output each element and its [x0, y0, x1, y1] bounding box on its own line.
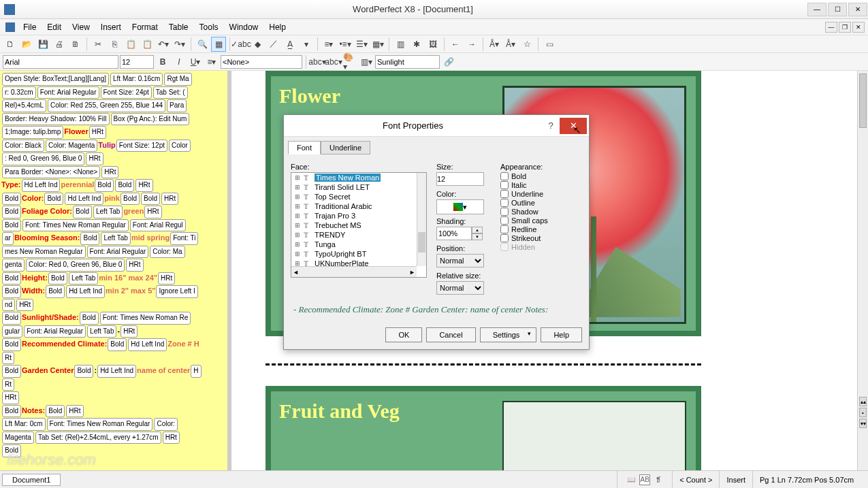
save-icon[interactable]: 💾	[35, 37, 50, 52]
face-item[interactable]: ⊞𝕋Times New Roman	[291, 173, 426, 182]
check-strikeout[interactable]: Strikeout	[500, 234, 575, 242]
settings-button[interactable]: Settings	[480, 327, 537, 342]
menu-table[interactable]: Table	[163, 21, 194, 33]
grammar-icon[interactable]: ◆	[250, 37, 265, 52]
image-icon[interactable]: 🖼	[425, 37, 440, 52]
face-item[interactable]: ⊞𝕋Top Secret	[291, 192, 426, 201]
cut-icon[interactable]: ✂	[91, 37, 106, 52]
menu-view[interactable]: View	[67, 21, 95, 33]
relsize-select[interactable]: Normal	[436, 281, 484, 295]
text-color-icon[interactable]: 🎨▾	[342, 54, 357, 69]
bullet-list-icon[interactable]: •≡▾	[338, 37, 353, 52]
menu-file[interactable]: File	[18, 21, 42, 33]
maximize-button[interactable]: ☐	[828, 3, 847, 16]
color-picker-button[interactable]: ▾	[436, 199, 484, 214]
fontsize-selector[interactable]	[120, 55, 154, 69]
mdi-close-button[interactable]: ✕	[852, 22, 865, 33]
abc-caps-icon[interactable]: abc▾	[326, 54, 341, 69]
star-icon[interactable]: ☆	[519, 37, 534, 52]
insert-link-icon[interactable]: 🔗	[441, 54, 456, 69]
clipboard-icon[interactable]: 📋	[140, 37, 155, 52]
fill-color-icon[interactable]: ▥▾	[359, 54, 374, 69]
face-item[interactable]: ⊞𝕋TypoUpright BT	[291, 249, 426, 259]
align-button[interactable]: ≡▾	[204, 54, 219, 69]
menu-insert[interactable]: Insert	[95, 21, 127, 33]
face-list-hscroll[interactable]: ◄►	[291, 266, 417, 277]
check-italic[interactable]: Italic	[500, 181, 575, 189]
check-underline[interactable]: Underline	[500, 190, 575, 198]
face-item[interactable]: ⊞𝕋Tunga	[291, 240, 426, 249]
status-pilcrow-icon[interactable]: ❡	[653, 474, 664, 485]
face-listbox[interactable]: ⊞𝕋Times New Roman⊞𝕋Tiranti Solid LET⊞𝕋To…	[291, 172, 427, 278]
columns-icon[interactable]: ▥	[393, 37, 408, 52]
menu-format[interactable]: Format	[127, 21, 163, 33]
size-input[interactable]	[436, 172, 484, 186]
reveal-codes-icon[interactable]: ▦	[211, 37, 226, 52]
copy-icon[interactable]: ⎘	[107, 37, 122, 52]
font-selector[interactable]	[3, 55, 118, 69]
new-icon[interactable]: 🗋	[3, 37, 18, 52]
help-button[interactable]: Help	[541, 327, 582, 342]
ok-button[interactable]: OK	[385, 327, 422, 342]
menu-help[interactable]: Help	[263, 21, 291, 33]
italic-button[interactable]: I	[172, 54, 187, 69]
reveal-codes-panel[interactable]: Open Style: BoxText;[Lang][Lang]Lft Mar:…	[0, 71, 231, 470]
undo-icon[interactable]: ↶▾	[156, 37, 171, 52]
face-item[interactable]: ⊞𝕋Traditional Arabic	[291, 201, 426, 211]
textbox-icon[interactable]: A̲	[283, 37, 298, 52]
preview-icon[interactable]: 🗎	[68, 37, 83, 52]
redo-icon[interactable]: ↷▾	[172, 37, 187, 52]
outline-icon[interactable]: ☰▾	[354, 37, 369, 52]
underline-button[interactable]: U▾	[188, 54, 203, 69]
tab-font[interactable]: Font	[288, 141, 321, 154]
scroll-select-icon[interactable]: •	[859, 408, 867, 417]
abc2-tool-icon[interactable]: Å▾	[503, 37, 518, 52]
tab-underline[interactable]: Underline	[321, 141, 370, 154]
table-icon[interactable]: ▦▾	[370, 37, 385, 52]
face-item[interactable]: ⊞𝕋Trajan Pro 3	[291, 211, 426, 221]
mdi-minimize-button[interactable]: —	[825, 22, 837, 33]
check-small-caps[interactable]: Small caps	[500, 216, 575, 225]
spinner-up-icon[interactable]: ▲	[472, 227, 483, 233]
doc-tab[interactable]: Document1	[2, 474, 61, 486]
status-insert[interactable]: Insert	[719, 471, 752, 488]
close-button[interactable]: ✕	[848, 3, 867, 16]
back-icon[interactable]: ←	[448, 37, 463, 52]
check-redline[interactable]: Redline	[500, 225, 575, 233]
face-item[interactable]: ⊞𝕋Trebuchet MS	[291, 221, 426, 230]
misc-icon[interactable]: ▭	[542, 37, 557, 52]
abc-tool-icon[interactable]: Å▾	[487, 37, 502, 52]
status-book-icon[interactable]: 📖	[626, 474, 637, 485]
status-count[interactable]: < Count >	[672, 471, 719, 488]
face-item[interactable]: ⊞𝕋Tiranti Solid LET	[291, 182, 426, 192]
forward-icon[interactable]: →	[464, 37, 479, 52]
check-shadow[interactable]: Shadow	[500, 208, 575, 216]
scroll-pageup-icon[interactable]: ▴▴	[859, 397, 867, 406]
vertical-scrollbar[interactable]: ▴▴ • ▾▾	[857, 71, 868, 470]
scheme-selector[interactable]	[375, 55, 440, 69]
zoom-icon[interactable]: 🔍	[195, 37, 210, 52]
print-icon[interactable]: 🖨	[52, 37, 67, 52]
face-list-scrollbar[interactable]	[417, 173, 426, 266]
face-item[interactable]: ⊞𝕋TRENDY	[291, 230, 426, 240]
spellcheck-icon[interactable]: ✓abc	[234, 37, 248, 52]
menu-edit[interactable]: Edit	[42, 21, 67, 33]
scroll-thumb[interactable]	[859, 74, 867, 128]
minimize-button[interactable]: —	[807, 3, 826, 16]
style-selector[interactable]	[221, 55, 302, 69]
menu-tools[interactable]: Tools	[194, 21, 224, 33]
menu-window[interactable]: Window	[224, 21, 264, 33]
open-icon[interactable]: 📂	[19, 37, 34, 52]
dialog-help-icon[interactable]: ?	[542, 120, 560, 131]
numbered-list-icon[interactable]: ≡▾	[321, 37, 336, 52]
dialog-close-button[interactable]: ✕↖	[560, 118, 587, 134]
cancel-button[interactable]: Cancel	[426, 327, 475, 342]
position-select[interactable]: Normal	[436, 254, 484, 267]
spinner-down-icon[interactable]: ▼	[472, 233, 483, 240]
shading-input[interactable]	[436, 227, 472, 240]
abc-strike-icon[interactable]: abc▾	[310, 54, 325, 69]
line-icon[interactable]: ／	[266, 37, 281, 52]
status-ab-icon[interactable]: AB	[639, 474, 650, 485]
paste-icon[interactable]: 📋	[123, 37, 138, 52]
check-outline[interactable]: Outline	[500, 199, 575, 207]
